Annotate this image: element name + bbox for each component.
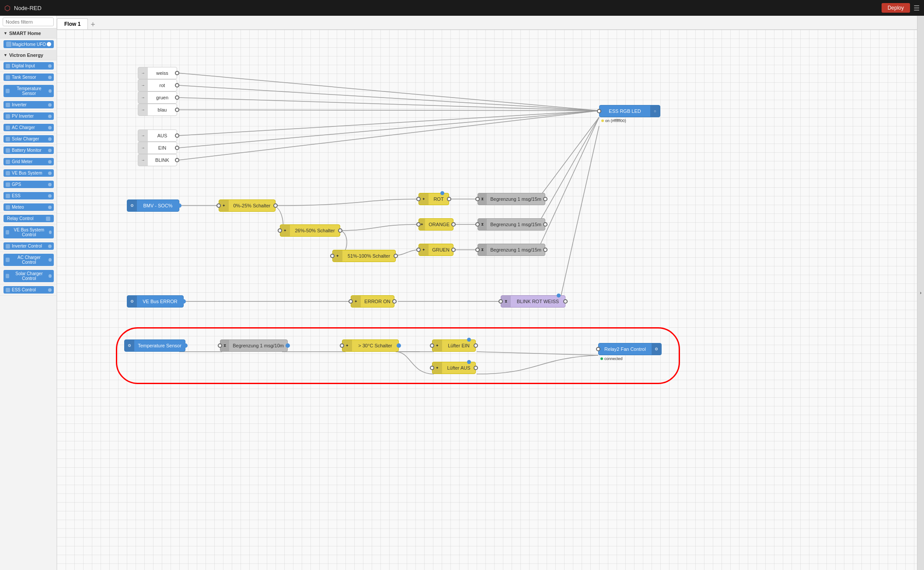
tank-sensor-icon	[6, 75, 10, 80]
node-begrenzung-15m-1[interactable]: ⧗ Begrenzung 1 msg/15m	[478, 193, 545, 205]
svg-line-15	[560, 126, 599, 301]
node-schalter-30c[interactable]: ✦ > 30°C Schalter	[342, 339, 399, 352]
sidebar-item-ve-bus-control[interactable]: VE Bus System Control	[0, 224, 56, 241]
sidebar-item-tank-sensor[interactable]: Tank Sensor	[0, 72, 56, 83]
sidebar-item-solar-charger-control[interactable]: Solar Charger Control	[0, 268, 56, 284]
svg-line-12	[538, 117, 599, 250]
topbar: ⬡ Node-RED Deploy ☰	[0, 0, 924, 16]
relay-control-icon	[46, 217, 50, 221]
node-weiss[interactable]: → weiss	[138, 67, 177, 79]
sidebar-item-inverter[interactable]: Inverter	[0, 99, 56, 111]
relay2-fan-status: connected	[600, 357, 623, 361]
deploy-button[interactable]: Deploy	[882, 3, 910, 13]
node-rot[interactable]: → rot	[138, 79, 177, 91]
sidebar-item-ess[interactable]: ESS	[0, 190, 56, 202]
sidebar-item-solar-charger[interactable]: Solar Charger	[0, 133, 56, 145]
node-bmv-soc[interactable]: ⚙ BMV - SOC%	[127, 199, 179, 212]
sidebar-item-grid-meter[interactable]: Grid Meter	[0, 156, 56, 168]
port-left-b15m1	[475, 197, 480, 201]
battery-monitor-label: Battery Monitor	[12, 148, 42, 153]
node-blink-label: BLINK	[148, 157, 177, 163]
right-panel-toggle[interactable]: ☰	[914, 4, 920, 12]
node-begrenzung-15m-1-label: Begrenzung 1 msg/15m	[487, 196, 545, 202]
inject-icon-ein: →	[138, 142, 148, 154]
node-gruen[interactable]: → gruen	[138, 91, 177, 104]
section-victron[interactable]: ▼ Victron Energy	[0, 50, 56, 60]
port-right-s51100	[394, 254, 398, 258]
node-schalter-0-25[interactable]: ✦ 0%-25% Schalter	[219, 199, 275, 212]
node-begrenzung-15m-3[interactable]: ⧗ Begrenzung 1 msg/15m	[478, 244, 545, 256]
node-begrenzung-15m-2[interactable]: ⧗ Begrenzung 1 msg/15m	[478, 218, 545, 231]
port-left-s51100	[330, 254, 335, 258]
sidebar-item-relay-control[interactable]: Relay Control	[0, 213, 56, 224]
port-right-bmv	[177, 203, 181, 208]
port-left-gruen	[416, 248, 421, 252]
node-ve-bus-error[interactable]: ⚙ VE Bus ERROR	[127, 295, 184, 308]
svg-line-11	[538, 117, 599, 224]
node-lufrer-ein[interactable]: ✦ Lüfter EIN	[432, 339, 476, 352]
grid-meter-label: Grid Meter	[12, 159, 32, 164]
sidebar-item-inverter-control[interactable]: Inverter Control	[0, 241, 56, 252]
node-blau[interactable]: → blau	[138, 104, 177, 116]
svg-line-10	[538, 117, 599, 199]
tab-flow1[interactable]: Flow 1	[57, 18, 88, 29]
node-aus[interactable]: → AUS	[138, 129, 177, 142]
meteo-icon	[6, 205, 10, 210]
node-blink[interactable]: → BLINK	[138, 154, 177, 166]
right-arrow-icon: ›	[920, 290, 921, 295]
section-smart-home[interactable]: ▼ SMART Home	[0, 28, 56, 38]
sidebar-item-ess-control[interactable]: ESS Control	[0, 284, 56, 296]
port-left-brw	[499, 299, 503, 304]
right-panel-arrow[interactable]: ›	[917, 16, 924, 570]
canvas: → weiss → rot → gruen → blau	[57, 30, 844, 445]
sidebar-item-magichome-ufo[interactable]: MagicHome UFO	[0, 38, 56, 50]
sidebar-item-pv-inverter[interactable]: PV Inverter	[0, 111, 56, 122]
sidebar-item-meteo[interactable]: Meteo	[0, 202, 56, 213]
sidebar-item-ac-charger-control[interactable]: AC Charger Control	[0, 252, 56, 268]
node-temperature-sensor-bottom[interactable]: ⚙ Temperature Sensor	[124, 339, 185, 352]
solar-charger-label: Solar Charger	[12, 136, 39, 141]
inject-icon-blau: →	[138, 104, 148, 115]
port-right-s30c	[397, 343, 401, 348]
magichome-ufo-port	[47, 42, 51, 46]
relay2-fan-icon: ⚙	[652, 343, 661, 355]
canvas-container[interactable]: → weiss → rot → gruen → blau	[57, 30, 917, 570]
port-left-b15m3	[475, 248, 480, 252]
port-right-rot	[175, 83, 179, 87]
node-schalter-26-50[interactable]: ✦ 26%-50% Schalter	[280, 224, 340, 237]
sidebar-item-ac-charger[interactable]: AC Charger	[0, 122, 56, 133]
node-ein[interactable]: → EIN	[138, 142, 177, 154]
node-ess-rgb-led[interactable]: ESS RGB LED ○ on (#ffffff00)	[599, 105, 660, 117]
sidebar-item-digital-input[interactable]: Digital Input	[0, 60, 56, 72]
solar-charger-control-label: Solar Charger Control	[11, 271, 47, 281]
svg-line-20	[477, 352, 598, 355]
node-error-on[interactable]: ✦ ERROR ON	[351, 295, 394, 308]
main-layout: ▼ SMART Home MagicHome UFO ▼ Victron Ene…	[0, 16, 924, 570]
sidebar-item-ve-bus-system[interactable]: VE Bus System	[0, 168, 56, 179]
node-weiss-label: weiss	[148, 70, 177, 76]
ve-bus-control-label: VE Bus System Control	[11, 227, 47, 237]
add-tab-button[interactable]: +	[91, 21, 95, 29]
node-rot-color[interactable]: ✦ ROT	[418, 193, 449, 205]
node-blink-rot-weiss[interactable]: ⧗ BLINK ROT WEISS	[501, 295, 565, 308]
sidebar-item-gps[interactable]: GPS	[0, 179, 56, 190]
port-left-le	[430, 343, 434, 348]
ac-charger-control-icon	[6, 258, 10, 262]
node-gruen-color[interactable]: ✦ GRUEN	[418, 244, 453, 256]
port-right-b10m	[286, 343, 290, 348]
inject-icon-gruen: →	[138, 92, 148, 103]
node-gruen-color-label: GRUEN	[429, 247, 453, 252]
node-begrenzung-10m[interactable]: ⧗ Begrenzung 1 msg/10m	[220, 339, 288, 352]
sidebar-item-temperature-sensor[interactable]: Temperature Sensor	[0, 83, 56, 99]
port-right-la	[474, 366, 478, 370]
node-begrenzung-10m-label: Begrenzung 1 msg/10m	[229, 343, 287, 348]
gps-label: GPS	[12, 182, 21, 187]
sidebar-item-battery-monitor[interactable]: Battery Monitor	[0, 145, 56, 156]
node-lufrer-aus[interactable]: ✦ Lüfter AUS	[432, 362, 476, 374]
port-left-eon	[349, 299, 353, 304]
node-relay2-fan-control[interactable]: Relay2 Fan Control ⚙ connected	[598, 343, 662, 355]
node-orange-color[interactable]: ✦ ORANGE	[418, 218, 453, 231]
search-input[interactable]	[3, 17, 54, 26]
node-schalter-51-100[interactable]: ✦ 51%-100% Schalter	[332, 250, 396, 262]
temperature-sensor-label: Temperature Sensor	[11, 86, 47, 96]
